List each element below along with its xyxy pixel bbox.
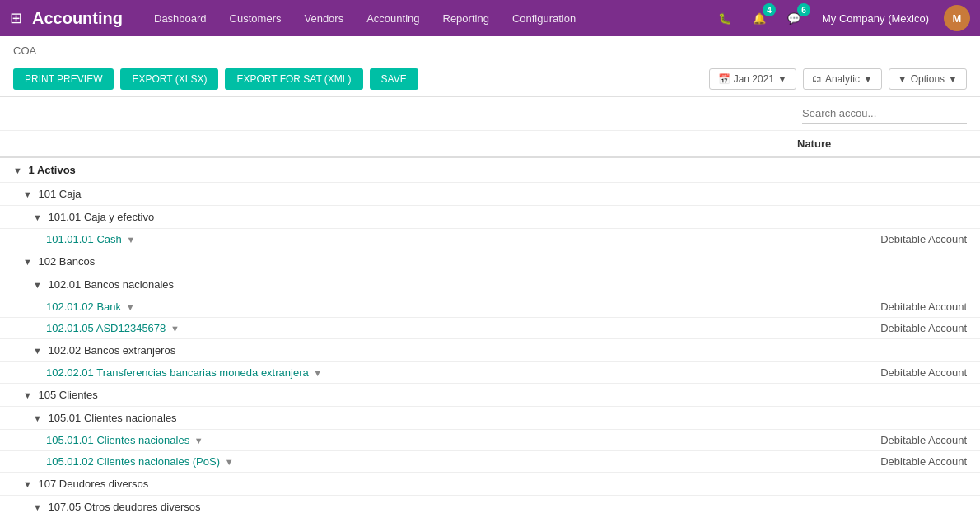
toolbar: PRINT PREVIEW EXPORT (XLSX) EXPORT FOR S… xyxy=(0,62,980,97)
user-avatar[interactable]: M xyxy=(944,5,970,31)
nav-accounting[interactable]: Accounting xyxy=(355,0,431,36)
group1-nature xyxy=(784,384,980,407)
table-row: ▼ 107 Deudores diversos xyxy=(0,473,980,496)
table-row: 105.01.02 Clientes nacionales (PoS) ▼ De… xyxy=(0,451,980,473)
section-code: 1 Activos xyxy=(29,164,76,176)
collapse-icon[interactable]: ▼ xyxy=(23,257,32,267)
options-filter-button[interactable]: ▼ Options ▼ xyxy=(889,68,967,90)
export-xlsx-button[interactable]: EXPORT (XLSX) xyxy=(120,68,218,90)
account-link[interactable]: 102.01.05 ASD12345678 xyxy=(46,322,166,334)
group1-label: ▼ 105 Clientes xyxy=(0,384,784,407)
col-header-name xyxy=(0,131,784,157)
account-caret[interactable]: ▼ xyxy=(126,302,135,312)
export-sat-xml-button[interactable]: EXPORT FOR SAT (XML) xyxy=(225,68,362,90)
folder-icon: 🗂 xyxy=(812,73,822,85)
group2-nature xyxy=(784,339,980,362)
account-label: 102.02.01 Transferencias bancarias moned… xyxy=(0,362,784,384)
collapse-icon[interactable]: ▼ xyxy=(33,212,42,222)
collapse-icon[interactable]: ▼ xyxy=(33,346,42,356)
account-caret[interactable]: ▼ xyxy=(170,324,180,333)
collapse-icon[interactable]: ▼ xyxy=(33,413,42,423)
nav-links: Dashboard Customers Vendors Accounting R… xyxy=(142,0,712,36)
date-filter-label: Jan 2021 xyxy=(734,73,774,85)
table-row: ▼ 102 Bancos xyxy=(0,250,980,273)
date-filter-caret: ▼ xyxy=(777,73,787,85)
analytic-caret: ▼ xyxy=(863,73,873,85)
nav-dashboard[interactable]: Dashboard xyxy=(142,0,218,36)
bug-icon-btn[interactable]: 🐛 xyxy=(712,5,738,31)
main-content: COA PRINT PREVIEW EXPORT (XLSX) EXPORT F… xyxy=(0,36,980,513)
group2-label: ▼ 102.02 Bancos extranjeros xyxy=(0,339,784,362)
toolbar-filters: 📅 Jan 2021 ▼ 🗂 Analytic ▼ ▼ Options ▼ xyxy=(709,68,967,90)
table-row: ▼ 102.01 Bancos nacionales xyxy=(0,273,980,296)
calendar-icon: 📅 xyxy=(718,73,730,85)
group2-label: ▼ 102.01 Bancos nacionales xyxy=(0,273,784,296)
analytic-filter-button[interactable]: 🗂 Analytic ▼ xyxy=(803,68,882,90)
nav-customers[interactable]: Customers xyxy=(218,0,293,36)
account-nature: Debitable Account xyxy=(784,296,980,318)
account-caret[interactable]: ▼ xyxy=(313,368,322,378)
grid-icon[interactable]: ⊞ xyxy=(10,9,22,27)
collapse-icon[interactable]: ▼ xyxy=(23,189,32,199)
nav-reporting[interactable]: Reporting xyxy=(432,0,501,36)
search-input[interactable] xyxy=(802,104,967,124)
messages-badge: 4 xyxy=(763,3,776,16)
group1-label: ▼ 107 Deudores diversos xyxy=(0,473,784,496)
table-row: 101.01.01 Cash ▼ Debitable Account xyxy=(0,229,980,250)
account-link[interactable]: 105.01.01 Clientes nacionales xyxy=(46,434,189,446)
table-row: ▼ 101.01 Caja y efectivo xyxy=(0,206,980,229)
table-row: ▼ 107.05 Otros deudores diversos xyxy=(0,496,980,514)
search-area xyxy=(0,97,980,131)
table-row: 102.02.01 Transferencias bancarias moned… xyxy=(0,362,980,384)
coa-table: Nature ▼ 1 Activos ▼ 101 Caja xyxy=(0,131,980,513)
table-row: ▼ 1 Activos xyxy=(0,157,980,183)
save-button[interactable]: SAVE xyxy=(370,68,418,90)
account-link[interactable]: 102.02.01 Transferencias bancarias moned… xyxy=(46,366,309,379)
account-nature: Debitable Account xyxy=(784,451,980,473)
account-caret[interactable]: ▼ xyxy=(194,436,203,445)
nav-configuration[interactable]: Configuration xyxy=(501,0,587,36)
group2-nature xyxy=(784,496,980,514)
account-caret[interactable]: ▼ xyxy=(225,457,234,467)
account-link[interactable]: 102.01.02 Bank xyxy=(46,301,121,313)
section-label: ▼ 1 Activos xyxy=(0,157,784,183)
group2-label: ▼ 101.01 Caja y efectivo xyxy=(0,206,784,229)
bug-icon: 🐛 xyxy=(718,12,731,25)
group2-nature xyxy=(784,273,980,296)
nav-vendors[interactable]: Vendors xyxy=(292,0,355,36)
collapse-icon[interactable]: ▼ xyxy=(33,502,42,512)
messages-btn[interactable]: 🔔 4 xyxy=(746,5,772,31)
table-row: 102.01.02 Bank ▼ Debitable Account xyxy=(0,296,980,318)
breadcrumb-text: COA xyxy=(13,44,36,57)
print-preview-button[interactable]: PRINT PREVIEW xyxy=(13,68,114,90)
section-nature xyxy=(784,157,980,183)
chat-badge: 6 xyxy=(797,3,810,16)
chat-btn[interactable]: 💬 6 xyxy=(781,5,807,31)
account-label: 102.01.05 ASD12345678 ▼ xyxy=(0,318,784,339)
account-nature: Debitable Account xyxy=(784,229,980,250)
account-link[interactable]: 105.01.02 Clientes nacionales (PoS) xyxy=(46,455,220,468)
account-label: 105.01.02 Clientes nacionales (PoS) ▼ xyxy=(0,451,784,473)
table-row: ▼ 101 Caja xyxy=(0,183,980,206)
collapse-icon[interactable]: ▼ xyxy=(23,479,32,489)
collapse-icon[interactable]: ▼ xyxy=(23,390,32,400)
group1-nature xyxy=(784,473,980,496)
col-header-nature: Nature xyxy=(784,131,980,157)
group1-label: ▼ 101 Caja xyxy=(0,183,784,206)
account-label: 105.01.01 Clientes nacionales ▼ xyxy=(0,430,784,451)
account-label: 102.01.02 Bank ▼ xyxy=(0,296,784,318)
account-nature: Debitable Account xyxy=(784,362,980,384)
options-label: Options xyxy=(911,73,945,85)
collapse-icon[interactable]: ▼ xyxy=(13,166,22,175)
account-caret[interactable]: ▼ xyxy=(126,235,135,245)
group2-nature xyxy=(784,206,980,229)
date-filter-button[interactable]: 📅 Jan 2021 ▼ xyxy=(709,68,796,90)
collapse-icon[interactable]: ▼ xyxy=(33,280,42,290)
analytic-label: Analytic xyxy=(825,73,860,85)
breadcrumb: COA xyxy=(0,36,980,62)
company-selector[interactable]: My Company (Mexico) xyxy=(815,12,936,25)
table-row: ▼ 105.01 Clientes nacionales xyxy=(0,407,980,430)
group1-nature xyxy=(784,183,980,206)
account-label: 101.01.01 Cash ▼ xyxy=(0,229,784,250)
account-link[interactable]: 101.01.01 Cash xyxy=(46,233,122,245)
